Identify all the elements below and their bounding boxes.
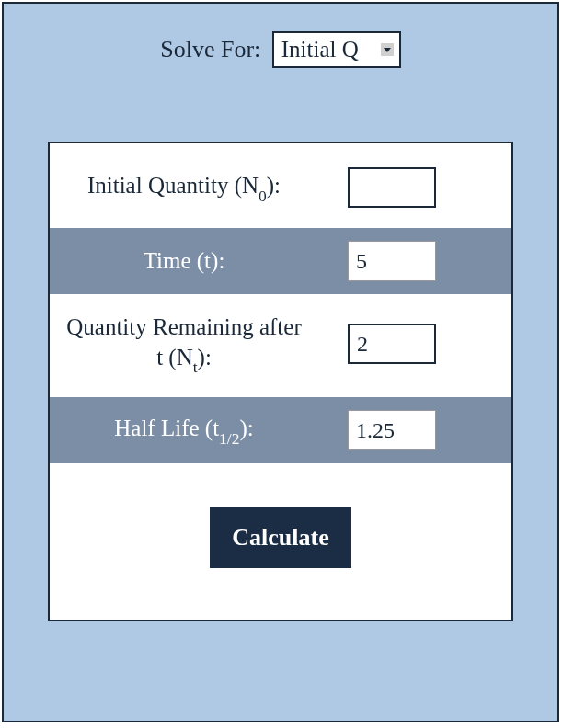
solve-for-label: Solve For: — [160, 36, 260, 63]
solve-for-selected-text: Initial Q — [282, 37, 359, 62]
time-label: Time (t): — [64, 246, 304, 277]
row-half-life: Half Life (t1/2): — [50, 397, 511, 463]
row-time: Time (t): — [50, 228, 511, 294]
half-life-input[interactable] — [348, 410, 436, 450]
calculate-button[interactable]: Calculate — [210, 507, 350, 568]
row-initial-quantity: Initial Quantity (N0): — [50, 143, 511, 228]
chevron-down-icon — [381, 43, 394, 56]
time-input[interactable] — [348, 241, 436, 281]
quantity-remaining-input[interactable] — [348, 324, 436, 364]
form-panel: Initial Quantity (N0): Time (t): Quantit… — [48, 142, 513, 621]
solve-for-select[interactable]: Initial Q — [272, 31, 401, 68]
initial-quantity-input[interactable] — [348, 167, 436, 208]
quantity-remaining-label: Quantity Remaining after t (Nt): — [64, 313, 304, 375]
row-quantity-remaining: Quantity Remaining after t (Nt): — [50, 294, 511, 397]
calculator-panel: Solve For: Initial Q Initial Quantity (N… — [2, 2, 559, 722]
button-row: Calculate — [50, 463, 511, 620]
initial-quantity-label: Initial Quantity (N0): — [64, 171, 304, 204]
half-life-label: Half Life (t1/2): — [64, 414, 304, 447]
solve-for-row: Solve For: Initial Q — [4, 4, 557, 86]
